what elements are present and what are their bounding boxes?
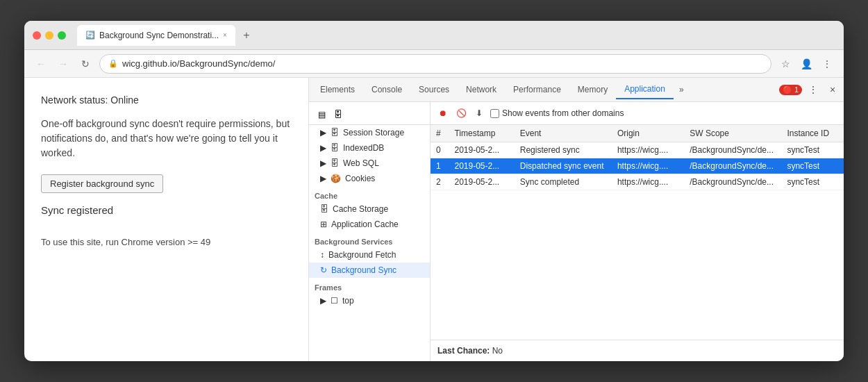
- tab-console[interactable]: Console: [363, 81, 410, 99]
- sidebar-arrow-session: ▶: [320, 128, 326, 138]
- record-btn[interactable]: ⏺: [436, 106, 450, 120]
- stop-btn[interactable]: 🚫: [454, 106, 468, 120]
- sidebar-arrow-cookies: ▶: [320, 174, 326, 183]
- sidebar-item-cookies[interactable]: ▶ 🍪 Cookies: [309, 171, 430, 186]
- network-status: Network status: Online: [41, 94, 292, 106]
- sidebar-item-session-storage[interactable]: ▶ 🗄 Session Storage: [309, 125, 430, 140]
- page-content: Network status: Online One-off backgroun…: [24, 78, 309, 361]
- bookmark-icon[interactable]: ☆: [777, 56, 794, 72]
- title-bar: 🔄 Background Sync Demonstrati... × +: [24, 21, 844, 50]
- last-chance-value: No: [492, 346, 503, 356]
- panel-toolbar: ⏺ 🚫 ⬇ Show events from other domains: [431, 102, 844, 125]
- show-other-domains-input[interactable]: [490, 109, 499, 118]
- show-other-domains-label: Show events from other domains: [502, 108, 624, 118]
- sidebar-icon-cache: 🗄: [320, 204, 328, 214]
- error-badge: 🔴 1: [779, 85, 802, 95]
- account-icon[interactable]: 👤: [798, 56, 815, 72]
- new-tab-btn[interactable]: +: [238, 27, 255, 44]
- tab-elements[interactable]: Elements: [312, 81, 363, 99]
- tab-network[interactable]: Network: [458, 81, 505, 99]
- col-num: #: [431, 125, 449, 142]
- error-count: 1: [794, 85, 799, 94]
- sidebar-item-indexeddb[interactable]: ▶ 🗄 IndexedDB: [309, 140, 430, 156]
- devtools-settings-btn[interactable]: ⋮: [805, 81, 821, 98]
- show-other-domains-checkbox[interactable]: Show events from other domains: [490, 108, 624, 118]
- sidebar-icon-frame: ☐: [331, 296, 338, 306]
- table-row[interactable]: 02019-05-2...Registered synchttps://wicg…: [431, 142, 844, 158]
- page-description: One-off background sync doesn't require …: [41, 117, 292, 160]
- cell-scope: /BackgroundSync/de...: [684, 158, 781, 174]
- cell-timestamp: 2019-05-2...: [449, 142, 514, 158]
- sidebar-section-frames: Frames: [309, 278, 430, 293]
- sidebar-item-cache-storage[interactable]: 🗄 Cache Storage: [309, 201, 430, 217]
- browser-window: 🔄 Background Sync Demonstrati... × + ← →…: [24, 21, 844, 361]
- tab-application[interactable]: Application: [616, 80, 674, 99]
- sidebar-item-app-cache[interactable]: ⊞ Application Cache: [309, 217, 430, 232]
- register-background-sync-button[interactable]: Register background sync: [41, 174, 163, 193]
- close-traffic-light[interactable]: [33, 31, 41, 40]
- menu-icon[interactable]: ⋮: [819, 56, 835, 72]
- tab-performance[interactable]: Performance: [505, 81, 569, 99]
- sidebar-item-top-frame[interactable]: ▶ ☐ top: [309, 293, 430, 308]
- minimize-traffic-light[interactable]: [45, 31, 53, 40]
- cell-origin: https://wicg....: [612, 158, 684, 174]
- table-row[interactable]: 12019-05-2...Dispatched sync eventhttps:…: [431, 158, 844, 174]
- traffic-lights: [33, 31, 66, 40]
- main-content: Network status: Online One-off backgroun…: [24, 78, 844, 361]
- cell-instance: syncTest: [781, 158, 844, 174]
- sidebar-expand-icon[interactable]: ▤: [315, 108, 328, 122]
- sidebar-icon-session: 🗄: [331, 128, 339, 138]
- table-row[interactable]: 22019-05-2...Sync completedhttps://wicg.…: [431, 174, 844, 190]
- active-tab[interactable]: 🔄 Background Sync Demonstrati... ×: [77, 25, 235, 46]
- tab-close-btn[interactable]: ×: [223, 31, 227, 39]
- sidebar-label-cache: Cache Storage: [333, 204, 388, 214]
- sidebar-label-cookies: Cookies: [345, 174, 375, 183]
- sidebar-arrow-idb: ▶: [320, 143, 326, 153]
- cell-event: Sync completed: [515, 174, 612, 190]
- tab-sources[interactable]: Sources: [410, 81, 458, 99]
- sidebar-icon-bgfetch: ↕: [320, 250, 324, 260]
- address-right: ☆ 👤 ⋮: [777, 56, 835, 72]
- cell-timestamp: 2019-05-2...: [449, 174, 514, 190]
- url-bar[interactable]: 🔒 wicg.github.io/BackgroundSync/demo/: [99, 54, 771, 74]
- devtools-panel: Elements Console Sources Network Perform…: [309, 78, 844, 361]
- sidebar-arrow-sql: ▶: [320, 158, 326, 168]
- sidebar-label-session: Session Storage: [343, 128, 404, 138]
- tab-bar: 🔄 Background Sync Demonstrati... × +: [77, 25, 255, 46]
- devtools-body: ▤ 🗄 ▶ 🗄 Session Storage ▶ 🗄 IndexedDB: [309, 102, 844, 361]
- forward-btn[interactable]: →: [55, 56, 72, 72]
- cell-event: Dispatched sync event: [515, 158, 612, 174]
- cell-timestamp: 2019-05-2...: [449, 158, 514, 174]
- tab-memory[interactable]: Memory: [569, 81, 616, 99]
- sidebar-item-bg-sync[interactable]: ↻ Background Sync: [309, 263, 430, 278]
- sidebar-label-sql: Web SQL: [343, 158, 379, 168]
- cell-num: 0: [431, 142, 449, 158]
- url-text: wicg.github.io/BackgroundSync/demo/: [122, 58, 275, 69]
- download-btn[interactable]: ⬇: [472, 106, 486, 120]
- sidebar-label-bgfetch: Background Fetch: [328, 250, 396, 260]
- last-chance-label: Last Chance:: [437, 346, 490, 356]
- devtools-more-btn[interactable]: »: [674, 81, 690, 99]
- reload-btn[interactable]: ↻: [77, 56, 94, 72]
- cell-instance: syncTest: [781, 142, 844, 158]
- sidebar-item-bg-fetch[interactable]: ↕ Background Fetch: [309, 247, 430, 263]
- devtools-main-panel: ⏺ 🚫 ⬇ Show events from other domains: [431, 102, 844, 361]
- maximize-traffic-light[interactable]: [58, 31, 66, 40]
- col-scope: SW Scope: [684, 125, 781, 142]
- devtools-sidebar: ▤ 🗄 ▶ 🗄 Session Storage ▶ 🗄 IndexedDB: [309, 102, 431, 361]
- sidebar-label-appcache: Application Cache: [331, 219, 399, 229]
- cell-origin: https://wicg....: [612, 142, 684, 158]
- chrome-version-note: To use this site, run Chrome version >= …: [41, 237, 292, 247]
- col-timestamp: Timestamp: [449, 125, 514, 142]
- devtools-close-btn[interactable]: ×: [824, 81, 841, 98]
- back-btn[interactable]: ←: [33, 56, 49, 72]
- cell-event: Registered sync: [515, 142, 612, 158]
- sidebar-icon-idb: 🗄: [331, 143, 339, 153]
- sidebar-refresh-icon[interactable]: 🗄: [331, 108, 345, 122]
- cell-instance: syncTest: [781, 174, 844, 190]
- sidebar-item-websql[interactable]: ▶ 🗄 Web SQL: [309, 156, 430, 171]
- cell-num: 2: [431, 174, 449, 190]
- cell-scope: /BackgroundSync/de...: [684, 142, 781, 158]
- sidebar-section-bg: Background Services: [309, 232, 430, 247]
- sidebar-icon-cookies: 🍪: [331, 174, 341, 183]
